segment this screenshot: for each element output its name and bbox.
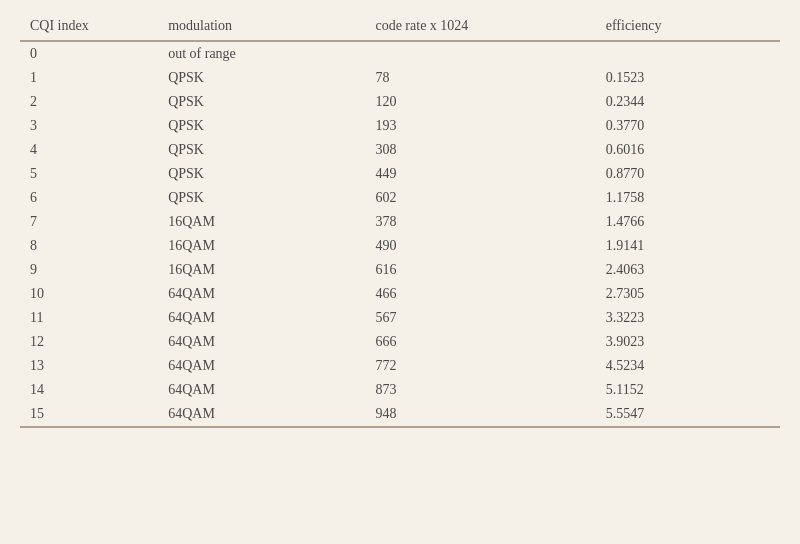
table-header-row: CQI index modulation code rate x 1024 ef… [20,10,780,41]
cell-code-rate: 873 [365,378,595,402]
cell-efficiency: 0.1523 [596,66,780,90]
header-efficiency: efficiency [596,10,780,41]
cell-cqi: 8 [20,234,158,258]
table-container: CQI index modulation code rate x 1024 ef… [20,10,780,428]
table-row: 1564QAM9485.5547 [20,402,780,427]
cell-modulation: QPSK [158,114,365,138]
cell-cqi: 6 [20,186,158,210]
cell-code-rate: 449 [365,162,595,186]
table-row: 6QPSK6021.1758 [20,186,780,210]
cell-modulation: 64QAM [158,354,365,378]
cell-cqi: 7 [20,210,158,234]
cell-code-rate: 666 [365,330,595,354]
cell-code-rate: 378 [365,210,595,234]
cell-cqi: 14 [20,378,158,402]
table-row: 916QAM6162.4063 [20,258,780,282]
table-row: 5QPSK4490.8770 [20,162,780,186]
cell-code-rate: 616 [365,258,595,282]
header-code-rate: code rate x 1024 [365,10,595,41]
cell-cqi: 3 [20,114,158,138]
cell-efficiency: 1.9141 [596,234,780,258]
cell-modulation: 64QAM [158,306,365,330]
cell-efficiency: 2.4063 [596,258,780,282]
cell-code-rate: 308 [365,138,595,162]
cell-cqi: 0 [20,41,158,66]
table-row: 1QPSK780.1523 [20,66,780,90]
cell-modulation: 16QAM [158,234,365,258]
cell-modulation: 64QAM [158,282,365,306]
cell-efficiency: 0.2344 [596,90,780,114]
cell-code-rate: 193 [365,114,595,138]
cell-modulation: out of range [158,41,365,66]
cell-cqi: 1 [20,66,158,90]
cell-cqi: 11 [20,306,158,330]
cell-efficiency: 3.3223 [596,306,780,330]
cell-efficiency: 1.4766 [596,210,780,234]
cell-code-rate: 602 [365,186,595,210]
cell-efficiency: 1.1758 [596,186,780,210]
cell-efficiency: 5.1152 [596,378,780,402]
cell-modulation: QPSK [158,162,365,186]
cell-modulation: QPSK [158,90,365,114]
table-row: 1164QAM5673.3223 [20,306,780,330]
table-row: 0out of range [20,41,780,66]
cell-efficiency: 5.5547 [596,402,780,427]
cell-cqi: 10 [20,282,158,306]
cell-modulation: 64QAM [158,330,365,354]
cell-code-rate: 772 [365,354,595,378]
table-row: 3QPSK1930.3770 [20,114,780,138]
cell-code-rate [365,41,595,66]
cell-cqi: 4 [20,138,158,162]
cell-modulation: 16QAM [158,210,365,234]
table-row: 1064QAM4662.7305 [20,282,780,306]
cell-efficiency: 4.5234 [596,354,780,378]
cell-efficiency: 2.7305 [596,282,780,306]
cell-modulation: 64QAM [158,378,365,402]
cell-efficiency: 0.8770 [596,162,780,186]
header-modulation: modulation [158,10,365,41]
table-row: 4QPSK3080.6016 [20,138,780,162]
cell-efficiency [596,41,780,66]
cell-cqi: 5 [20,162,158,186]
table-row: 1264QAM6663.9023 [20,330,780,354]
cell-efficiency: 3.9023 [596,330,780,354]
cell-modulation: 16QAM [158,258,365,282]
cell-efficiency: 0.6016 [596,138,780,162]
cell-modulation: QPSK [158,138,365,162]
cell-code-rate: 466 [365,282,595,306]
cell-code-rate: 567 [365,306,595,330]
cell-code-rate: 78 [365,66,595,90]
cell-modulation: QPSK [158,66,365,90]
cell-code-rate: 120 [365,90,595,114]
cell-cqi: 12 [20,330,158,354]
table-row: 816QAM4901.9141 [20,234,780,258]
cell-modulation: 64QAM [158,402,365,427]
cell-code-rate: 948 [365,402,595,427]
cell-efficiency: 0.3770 [596,114,780,138]
table-row: 1464QAM8735.1152 [20,378,780,402]
cell-cqi: 13 [20,354,158,378]
header-cqi: CQI index [20,10,158,41]
cqi-table: CQI index modulation code rate x 1024 ef… [20,10,780,428]
table-row: 716QAM3781.4766 [20,210,780,234]
cell-cqi: 9 [20,258,158,282]
cell-code-rate: 490 [365,234,595,258]
cell-cqi: 15 [20,402,158,427]
cell-cqi: 2 [20,90,158,114]
table-row: 1364QAM7724.5234 [20,354,780,378]
cell-modulation: QPSK [158,186,365,210]
table-row: 2QPSK1200.2344 [20,90,780,114]
